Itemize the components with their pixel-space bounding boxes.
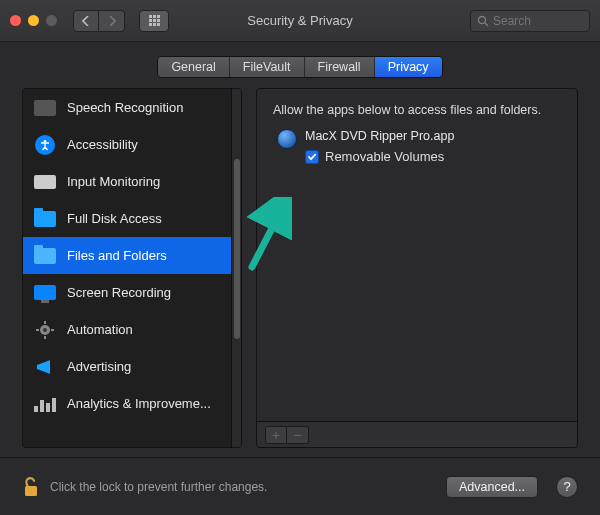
gear-icon (33, 320, 57, 340)
tab-bar: General FileVault Firewall Privacy (0, 56, 600, 78)
sidebar-list: Speech Recognition Accessibility Input M… (23, 89, 231, 447)
sidebar-scrollbar[interactable] (231, 89, 241, 447)
lock-text: Click the lock to prevent further change… (50, 480, 267, 494)
advanced-button[interactable]: Advanced... (446, 476, 538, 498)
help-button[interactable]: ? (556, 476, 578, 498)
svg-point-4 (43, 328, 47, 332)
search-icon (477, 15, 489, 27)
svg-line-1 (485, 23, 488, 26)
back-button[interactable] (73, 10, 99, 32)
svg-rect-8 (51, 329, 54, 331)
svg-rect-7 (36, 329, 39, 331)
close-window-icon[interactable] (10, 15, 21, 26)
svg-rect-6 (44, 336, 46, 339)
keyboard-icon (33, 172, 57, 192)
detail-content: Allow the apps below to access files and… (257, 89, 577, 421)
sidebar-item-label: Accessibility (67, 137, 138, 152)
scrollbar-thumb[interactable] (234, 159, 240, 339)
tab-filevault[interactable]: FileVault (230, 57, 305, 77)
sidebar-item-accessibility[interactable]: Accessibility (23, 126, 231, 163)
sidebar-item-screen-recording[interactable]: Screen Recording (23, 274, 231, 311)
add-remove-group: + − (265, 426, 309, 444)
sidebar-item-label: Automation (67, 322, 133, 337)
sidebar-item-label: Files and Folders (67, 248, 167, 263)
sidebar-item-label: Full Disk Access (67, 211, 162, 226)
zoom-window-icon (46, 15, 57, 26)
tab-privacy[interactable]: Privacy (375, 57, 442, 77)
svg-point-2 (44, 140, 47, 143)
sidebar-item-label: Analytics & Improveme... (67, 396, 211, 411)
sidebar-item-input-monitoring[interactable]: Input Monitoring (23, 163, 231, 200)
megaphone-icon (33, 357, 57, 377)
tab-general[interactable]: General (158, 57, 229, 77)
app-block: MacX DVD Ripper Pro.app Removable Volume… (305, 129, 454, 164)
search-field[interactable] (470, 10, 590, 32)
permission-checkbox[interactable] (305, 150, 319, 164)
add-button: + (265, 426, 287, 444)
minimize-window-icon[interactable] (28, 15, 39, 26)
waveform-icon (33, 98, 57, 118)
svg-rect-5 (44, 321, 46, 324)
content-area: Speech Recognition Accessibility Input M… (0, 88, 600, 448)
app-icon (277, 129, 297, 149)
app-entry: MacX DVD Ripper Pro.app Removable Volume… (277, 129, 561, 164)
check-icon (307, 152, 317, 162)
sidebar-item-label: Input Monitoring (67, 174, 160, 189)
segmented-control: General FileVault Firewall Privacy (157, 56, 442, 78)
folder-icon (33, 209, 57, 229)
sidebar-item-advertising[interactable]: Advertising (23, 348, 231, 385)
tab-firewall[interactable]: Firewall (305, 57, 375, 77)
permission-row: Removable Volumes (305, 149, 454, 164)
app-name: MacX DVD Ripper Pro.app (305, 129, 454, 143)
sidebar-item-speech-recognition[interactable]: Speech Recognition (23, 89, 231, 126)
search-input[interactable] (493, 14, 573, 28)
accessibility-icon (33, 135, 57, 155)
show-all-prefs-button[interactable] (139, 10, 169, 32)
grid-icon (149, 15, 160, 26)
detail-footer: + − (257, 421, 577, 447)
sidebar-item-label: Speech Recognition (67, 100, 183, 115)
detail-header-text: Allow the apps below to access files and… (273, 103, 561, 117)
permission-label: Removable Volumes (325, 149, 444, 164)
window-controls (10, 15, 57, 26)
display-icon (33, 283, 57, 303)
sidebar-item-analytics[interactable]: Analytics & Improveme... (23, 385, 231, 422)
remove-button: − (287, 426, 309, 444)
sidebar-item-files-and-folders[interactable]: Files and Folders (23, 237, 231, 274)
barchart-icon (33, 394, 57, 414)
bottom-bar: Click the lock to prevent further change… (0, 457, 600, 515)
nav-buttons (73, 10, 125, 32)
svg-rect-9 (25, 486, 37, 496)
forward-button[interactable] (99, 10, 125, 32)
titlebar: Security & Privacy (0, 0, 600, 42)
svg-point-0 (479, 16, 486, 23)
sidebar-item-label: Advertising (67, 359, 131, 374)
sidebar-item-label: Screen Recording (67, 285, 171, 300)
privacy-sidebar: Speech Recognition Accessibility Input M… (22, 88, 242, 448)
detail-pane: Allow the apps below to access files and… (256, 88, 578, 448)
sidebar-item-full-disk-access[interactable]: Full Disk Access (23, 200, 231, 237)
sidebar-item-automation[interactable]: Automation (23, 311, 231, 348)
folder-icon (33, 246, 57, 266)
lock-icon[interactable] (22, 476, 40, 498)
